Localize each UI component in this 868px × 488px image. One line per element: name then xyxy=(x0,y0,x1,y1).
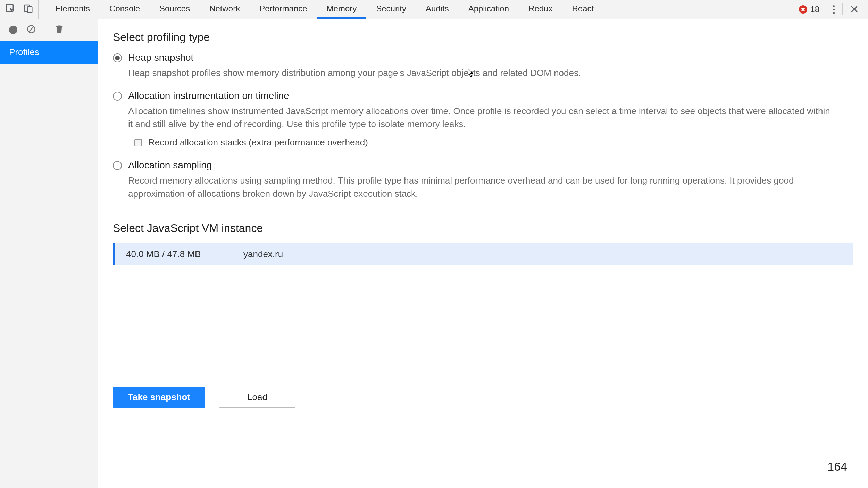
vm-memory: 40.0 MB / 47.8 MB xyxy=(126,249,216,260)
option-title: Allocation sampling xyxy=(128,160,853,171)
option-allocation-timeline[interactable]: Allocation instrumentation on timeline A… xyxy=(113,90,853,155)
action-buttons: Take snapshot Load xyxy=(113,387,853,408)
more-menu-icon[interactable] xyxy=(831,5,837,14)
separator xyxy=(825,3,825,15)
tab-label: Performance xyxy=(259,4,307,14)
radio-heap-snapshot[interactable] xyxy=(113,53,122,62)
tab-react[interactable]: React xyxy=(562,0,603,19)
radio-allocation-sampling[interactable] xyxy=(113,161,122,170)
inspect-icon[interactable] xyxy=(5,3,15,16)
tab-performance[interactable]: Performance xyxy=(250,0,317,19)
option-body: Allocation instrumentation on timeline A… xyxy=(128,90,853,155)
device-toggle-icon[interactable] xyxy=(23,3,33,16)
sidebar-toolbar xyxy=(0,19,98,41)
devtools-body: Profiles Select profiling type Heap snap… xyxy=(0,19,868,488)
devtools-tabs: Elements Console Sources Network Perform… xyxy=(39,0,603,19)
option-desc: Allocation timelines show instrumented J… xyxy=(128,105,836,131)
option-allocation-sampling[interactable]: Allocation sampling Record memory alloca… xyxy=(113,160,853,207)
tab-network[interactable]: Network xyxy=(200,0,250,19)
page-number: 164 xyxy=(827,460,847,473)
tab-audits[interactable]: Audits xyxy=(416,0,459,19)
tab-security[interactable]: Security xyxy=(366,0,416,19)
error-count-badge[interactable]: 18 xyxy=(799,5,819,14)
radio-allocation-timeline[interactable] xyxy=(113,92,122,101)
option-heap-snapshot[interactable]: Heap snapshot Heap snapshot profiles sho… xyxy=(113,52,853,86)
tab-label: Console xyxy=(109,4,140,14)
error-icon xyxy=(799,5,807,14)
tab-label: React xyxy=(572,4,594,14)
vm-instance-list: 40.0 MB / 47.8 MB yandex.ru xyxy=(113,243,853,371)
error-count: 18 xyxy=(810,5,819,14)
option-body: Allocation sampling Record memory alloca… xyxy=(128,160,853,207)
tab-label: Sources xyxy=(159,4,190,14)
close-icon[interactable]: ✕ xyxy=(848,4,860,15)
separator xyxy=(45,25,45,35)
memory-main-panel: Select profiling type Heap snapshot Heap… xyxy=(98,19,868,488)
heading-profiling-type: Select profiling type xyxy=(113,31,853,44)
heading-vm-instance: Select JavaScript VM instance xyxy=(113,222,853,235)
memory-sidebar: Profiles xyxy=(0,19,98,488)
tabbar-right: 18 ✕ xyxy=(791,0,868,19)
sidebar-item-profiles[interactable]: Profiles xyxy=(0,41,98,64)
tab-label: Network xyxy=(209,4,240,14)
checkbox-record-stacks[interactable] xyxy=(134,139,142,146)
option-title: Heap snapshot xyxy=(128,52,853,63)
option-body: Heap snapshot Heap snapshot profiles sho… xyxy=(128,52,853,86)
sidebar-list: Profiles xyxy=(0,41,98,488)
tab-application[interactable]: Application xyxy=(459,0,519,19)
tab-sources[interactable]: Sources xyxy=(150,0,200,19)
option-title: Allocation instrumentation on timeline xyxy=(128,90,853,101)
button-label: Load xyxy=(247,392,267,402)
vm-instance-row[interactable]: 40.0 MB / 47.8 MB yandex.ru xyxy=(113,243,853,265)
tab-label: Elements xyxy=(55,4,90,14)
tab-label: Redux xyxy=(528,4,552,14)
tab-console[interactable]: Console xyxy=(100,0,150,19)
devtools-tabbar: Elements Console Sources Network Perform… xyxy=(0,0,868,19)
separator xyxy=(842,3,843,15)
tab-elements[interactable]: Elements xyxy=(45,0,100,19)
vm-name: yandex.ru xyxy=(243,249,283,260)
tab-memory[interactable]: Memory xyxy=(317,0,367,19)
load-button[interactable]: Load xyxy=(219,387,295,408)
option-desc: Record memory allocations using sampling… xyxy=(128,174,836,200)
button-label: Take snapshot xyxy=(128,392,190,402)
tab-label: Audits xyxy=(426,4,449,14)
tab-label: Security xyxy=(376,4,406,14)
svg-rect-2 xyxy=(28,7,32,13)
tab-label: Application xyxy=(468,4,509,14)
sub-option-label: Record allocation stacks (extra performa… xyxy=(148,137,368,148)
trash-icon[interactable] xyxy=(55,24,64,35)
svg-line-4 xyxy=(29,27,34,32)
tab-redux[interactable]: Redux xyxy=(519,0,562,19)
record-icon[interactable] xyxy=(9,26,17,34)
sidebar-item-label: Profiles xyxy=(9,47,39,57)
option-desc: Heap snapshot profiles show memory distr… xyxy=(128,67,836,80)
clear-icon[interactable] xyxy=(26,24,36,35)
tabbar-left-icons xyxy=(0,0,39,19)
tab-label: Memory xyxy=(327,4,357,14)
take-snapshot-button[interactable]: Take snapshot xyxy=(113,387,205,408)
sub-option-record-stacks[interactable]: Record allocation stacks (extra performa… xyxy=(134,137,853,148)
